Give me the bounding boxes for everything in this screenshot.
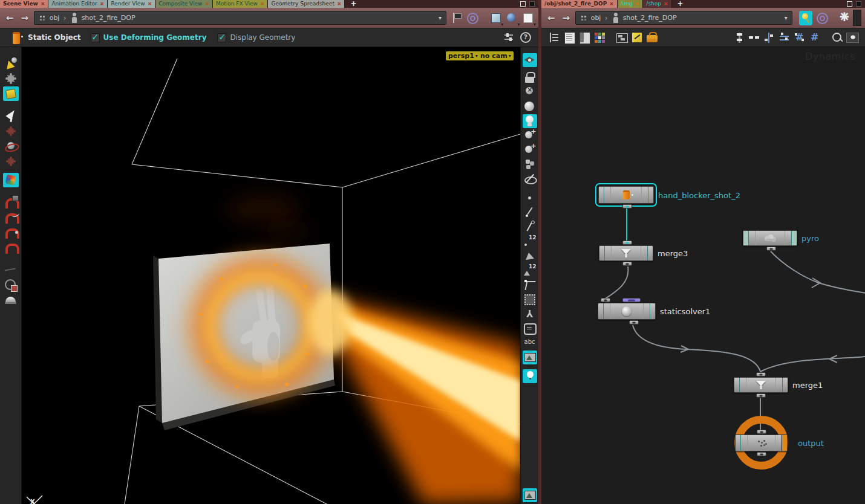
node-flag-segment[interactable] bbox=[598, 303, 604, 319]
target-icon[interactable] bbox=[466, 11, 479, 25]
marquee-icon[interactable] bbox=[523, 292, 537, 306]
input-connector[interactable] bbox=[622, 241, 632, 245]
forward-arrow-icon[interactable]: → bbox=[560, 13, 572, 24]
node-flag-segment[interactable] bbox=[743, 231, 749, 245]
search-icon[interactable] bbox=[831, 31, 844, 44]
bulb-on-icon[interactable] bbox=[523, 114, 537, 128]
handles-icon[interactable] bbox=[523, 488, 537, 502]
node-body[interactable] bbox=[610, 303, 643, 319]
point-numbers-icon[interactable]: 12 bbox=[523, 234, 537, 248]
brush-icon[interactable] bbox=[523, 205, 537, 219]
new-tab-button[interactable]: + bbox=[345, 0, 362, 8]
node-flag-segment[interactable] bbox=[641, 246, 647, 260]
checkbox-label[interactable]: Display Geometry bbox=[230, 33, 295, 42]
gear-icon[interactable] bbox=[837, 11, 850, 25]
input-connector[interactable] bbox=[601, 298, 610, 302]
pin-marker-icon[interactable] bbox=[523, 369, 537, 383]
output-connector[interactable] bbox=[622, 204, 632, 208]
close-tab-icon[interactable] bbox=[260, 0, 265, 8]
flame-tool-icon[interactable] bbox=[3, 173, 19, 187]
select-arrow-icon[interactable] bbox=[3, 109, 19, 123]
debris-tool-icon[interactable] bbox=[3, 71, 19, 86]
cube-icon[interactable] bbox=[489, 11, 503, 25]
node-hand-blocker-shot-2[interactable]: hand_blocker_shot_2 bbox=[598, 186, 654, 204]
snap-grid-icon[interactable] bbox=[793, 31, 806, 44]
node-flag-segment[interactable] bbox=[650, 303, 655, 319]
output-connector[interactable] bbox=[629, 320, 639, 325]
output-connector[interactable] bbox=[756, 393, 766, 398]
tree-view-icon[interactable] bbox=[547, 31, 561, 44]
path-dropdown-icon[interactable] bbox=[785, 14, 788, 22]
normals-icon[interactable] bbox=[523, 307, 537, 321]
node-flag-segment[interactable] bbox=[604, 303, 610, 319]
path-current-node[interactable]: shot_2_fire_DOP bbox=[623, 14, 677, 22]
static-object-icon[interactable] bbox=[10, 31, 23, 44]
node-merge3[interactable]: merge3 bbox=[599, 245, 653, 261]
tab-shop[interactable]: /shop bbox=[643, 0, 671, 8]
layout-icon[interactable] bbox=[615, 31, 628, 44]
primitive-numbers-icon[interactable]: 12 bbox=[523, 263, 537, 277]
node-flag-segment[interactable] bbox=[599, 246, 605, 260]
shade-sphere-icon[interactable] bbox=[523, 100, 537, 114]
camera-menu-button[interactable]: persp1 bbox=[446, 51, 480, 60]
scene-viewport[interactable]: persp1 no cam X bbox=[22, 47, 520, 504]
node-label[interactable]: hand_blocker_shot_2 bbox=[658, 190, 740, 199]
pyro-tool-icon[interactable] bbox=[3, 56, 19, 71]
panel-icon[interactable] bbox=[523, 321, 537, 335]
grid-icon[interactable] bbox=[808, 31, 821, 44]
network-canvas[interactable]: Dynamics hand_blocker_shot bbox=[541, 47, 865, 504]
pin-icon[interactable] bbox=[799, 11, 813, 25]
palette-icon[interactable] bbox=[593, 31, 606, 44]
node-flag-segment[interactable] bbox=[643, 303, 650, 319]
node-label[interactable]: staticsolver1 bbox=[660, 307, 710, 316]
path-root[interactable]: obj bbox=[591, 14, 601, 22]
checkbox-label[interactable]: Use Deforming Geometry bbox=[103, 33, 207, 42]
pane-menu-icon[interactable] bbox=[529, 1, 535, 7]
orbit-sphere-icon[interactable] bbox=[3, 139, 19, 153]
toolbox-icon[interactable] bbox=[645, 31, 659, 44]
back-arrow-icon[interactable]: ← bbox=[4, 13, 16, 24]
list-view-icon[interactable] bbox=[563, 31, 576, 44]
node-label[interactable]: merge1 bbox=[792, 381, 823, 390]
node-flag-segment[interactable] bbox=[775, 378, 782, 392]
display-geometry-checkbox[interactable] bbox=[217, 33, 226, 42]
eye-pen-icon[interactable] bbox=[523, 172, 537, 186]
snap-y-icon[interactable] bbox=[778, 31, 791, 44]
node-flag-segment[interactable] bbox=[749, 231, 756, 245]
node-flag-segment[interactable] bbox=[740, 378, 746, 392]
close-tab-icon[interactable] bbox=[664, 0, 668, 8]
magnet-point-icon[interactable] bbox=[3, 225, 19, 240]
new-tab-button[interactable]: + bbox=[672, 0, 689, 8]
input-connector[interactable] bbox=[756, 372, 766, 376]
sticky-note-icon[interactable] bbox=[630, 31, 644, 44]
node-flag-segment[interactable] bbox=[782, 435, 787, 451]
close-tab-icon[interactable] bbox=[41, 0, 45, 8]
tab-composite-view[interactable]: Composite View bbox=[155, 0, 213, 8]
magnet-grid-icon[interactable] bbox=[3, 195, 19, 210]
parameters-icon[interactable] bbox=[502, 31, 515, 44]
flag-icon[interactable] bbox=[449, 11, 463, 25]
path-field[interactable]: obj shot_2_fire_DOP bbox=[34, 11, 446, 25]
output-connector[interactable] bbox=[766, 247, 776, 251]
bulb-base-icon[interactable] bbox=[523, 143, 537, 157]
node-staticsolver1[interactable]: staticsolver1 bbox=[598, 303, 656, 320]
node-flag-segment[interactable] bbox=[782, 378, 788, 392]
detail-view-icon[interactable] bbox=[578, 31, 591, 44]
node-body[interactable] bbox=[612, 246, 641, 260]
view-mode-icon[interactable] bbox=[523, 53, 537, 67]
node-flag-segment[interactable] bbox=[734, 378, 740, 392]
node-flag-segment[interactable] bbox=[604, 187, 611, 203]
use-deforming-geometry-checkbox[interactable] bbox=[91, 33, 100, 42]
help-icon[interactable]: ? bbox=[520, 32, 531, 43]
back-arrow-icon[interactable]: ← bbox=[545, 13, 557, 24]
node-label[interactable]: output bbox=[798, 439, 824, 448]
snapshot-icon[interactable] bbox=[523, 351, 537, 364]
snap-x-icon[interactable] bbox=[763, 31, 776, 44]
sphere-icon[interactable] bbox=[505, 11, 518, 25]
primitive-icon[interactable] bbox=[523, 249, 537, 263]
output-connector[interactable] bbox=[622, 262, 632, 266]
bulb-off-icon[interactable] bbox=[523, 85, 537, 99]
close-tab-icon[interactable] bbox=[148, 0, 152, 8]
sketch-icon[interactable] bbox=[3, 263, 19, 277]
path-field[interactable]: obj shot_2_fire_DOP bbox=[575, 11, 792, 25]
